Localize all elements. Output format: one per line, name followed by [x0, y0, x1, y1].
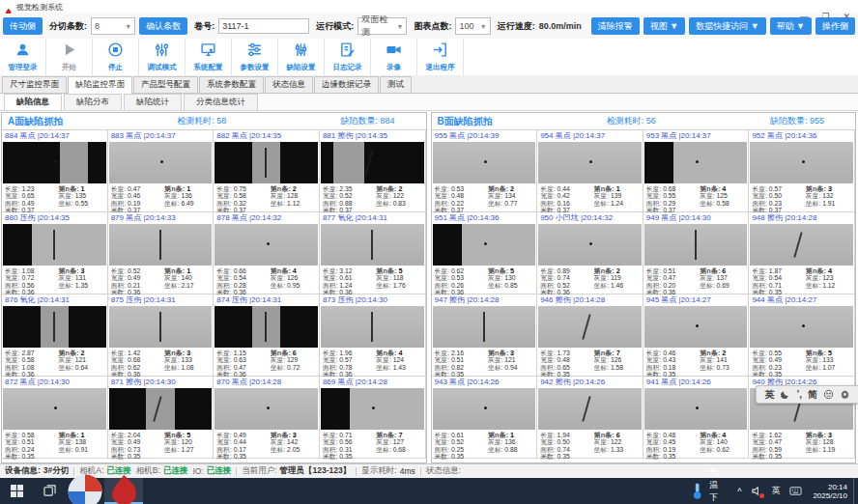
defect-cell[interactable]: 877 氧化 |20:14:31长度: 3.12宽度: 0.61面积: 1.24…	[320, 212, 426, 294]
defect-cell[interactable]: 943 黑点 |20:14:26长度: 0.61宽度: 0.52面积: 0.25…	[432, 377, 538, 459]
tab-sub-2[interactable]: 缺陷统计	[124, 94, 182, 110]
taskbar-clock[interactable]: 20:14 2025/2/10	[807, 483, 853, 500]
defect-cell[interactable]: 949 黑点 |20:14:30长度: 0.51宽度: 0.47面积: 0.20…	[644, 212, 750, 294]
info-value: 1.87	[769, 267, 782, 274]
defect-cell[interactable]: 954 黑点 |20:14:37长度: 0.44宽度: 0.42面积: 0.16…	[537, 130, 644, 212]
toolbar-button-system[interactable]: 系统配置	[186, 39, 232, 75]
weather-widget[interactable]: 气温下降	[681, 466, 732, 504]
toolbar-button-defect[interactable]: 缺陷设置	[278, 39, 325, 75]
toolbar-button-params[interactable]: 参数设置	[232, 39, 278, 75]
info-label: 面积:	[5, 282, 21, 289]
tab-main-2[interactable]: 产品型号配置	[133, 76, 198, 93]
tab-sub-3[interactable]: 分类信息统计	[184, 94, 258, 110]
defect-cell[interactable]: 944 黑点 |20:14:27长度: 0.55宽度: 0.49面积: 0.23…	[749, 294, 855, 377]
ime-language-indicator[interactable]: 英	[766, 478, 785, 504]
defect-cell[interactable]: 951 黑点 |20:14:36长度: 0.62宽度: 0.53面积: 0.26…	[432, 212, 538, 294]
show-desktop-button[interactable]	[853, 478, 858, 504]
chart-points-label: 图表点数:	[414, 20, 451, 33]
run-mode-select[interactable]: 双面检测▼	[358, 17, 407, 35]
defect-cell[interactable]: 952 黑点 |20:14:36长度: 0.57宽度: 0.50面积: 0.23…	[749, 130, 855, 212]
defect-cell[interactable]: 947 擦伤 |20:14:28长度: 2.16宽度: 0.51面积: 0.82…	[432, 294, 538, 377]
tab-main-6[interactable]: 测试	[380, 76, 412, 93]
defect-cell[interactable]: 871 擦伤 |20:14:30长度: 2.04宽度: 0.49面积: 0.73…	[108, 377, 214, 459]
defect-cell[interactable]: 884 黑点 |20:14:37长度: 1.23宽度: 0.65面积: 0.49…	[2, 130, 108, 212]
roll-number-input[interactable]	[218, 18, 309, 34]
record-icon	[386, 42, 402, 62]
task-view-button[interactable]	[33, 478, 66, 504]
defect-cell[interactable]: 873 压伤 |20:14:30长度: 1.96宽度: 0.57面积: 0.78…	[320, 294, 426, 377]
close-button[interactable]: ✕	[843, 12, 850, 21]
data-quick-access-button[interactable]: 数据快捷访问 ▼	[689, 17, 765, 35]
defect-cell[interactable]: 874 压伤 |20:14:31长度: 1.15宽度: 0.63面积: 0.47…	[214, 294, 320, 377]
toolbar-button-log[interactable]: 日志记录	[325, 39, 371, 75]
view-menu-button[interactable]: 视图 ▼	[644, 17, 685, 35]
ime-english-mode[interactable]: 英	[764, 388, 774, 402]
info-row: 米数: 0.35	[5, 453, 58, 460]
gear-icon[interactable]	[840, 389, 850, 400]
tab-sub-1[interactable]: 缺陷分布	[64, 94, 122, 110]
tab-main-1[interactable]: 缺陷监控界面	[68, 76, 132, 94]
clear-alarm-button[interactable]: 清除报警	[591, 17, 640, 35]
defect-cell[interactable]: 869 黑点 |20:14:28长度: 0.71宽度: 0.56面积: 0.31…	[320, 377, 426, 459]
toolbar-button-stop[interactable]: 停止	[93, 39, 139, 75]
defect-cell[interactable]: 942 擦伤 |20:14:26长度: 1.94宽度: 0.50面积: 0.74…	[537, 377, 644, 459]
maximize-button[interactable]: ❐	[821, 12, 829, 21]
info-label: 面积:	[540, 200, 557, 207]
slit-count-select[interactable]: 8▼	[91, 17, 135, 35]
defect-info-right: 第n条: 4灰度: 124坐标: 1.43	[376, 350, 421, 376]
defect-cell[interactable]: 876 氧化 |20:14:31长度: 2.87宽度: 0.58面积: 1.08…	[2, 294, 108, 377]
toolbar-button-debug[interactable]: 调试模式	[139, 39, 186, 75]
defect-cell[interactable]: 955 黑点 |20:14:39长度: 0.53宽度: 0.48面积: 0.22…	[432, 130, 538, 212]
info-label: 宽度:	[5, 274, 21, 281]
minimize-button[interactable]: —	[799, 12, 808, 21]
toolbar-button-user[interactable]: 管理登录	[0, 39, 46, 75]
defect-cell[interactable]: 881 擦伤 |20:14:35长度: 2.35宽度: 0.52面积: 0.88…	[320, 130, 426, 212]
tray-expand-chevron[interactable]: ^	[732, 478, 746, 504]
defect-cell[interactable]: 882 黑点 |20:14:35长度: 0.75宽度: 0.58面积: 0.32…	[214, 130, 320, 212]
info-label: 第n条:	[594, 185, 616, 192]
moon-icon[interactable]	[780, 389, 790, 400]
taskbar-app-inspection[interactable]	[104, 478, 143, 504]
taskbar-app-media[interactable]	[66, 478, 104, 504]
toolbar-button-play[interactable]: 开始	[46, 39, 93, 75]
defect-cell[interactable]: 941 黑点 |20:14:26长度: 0.48宽度: 0.45面积: 0.19…	[644, 377, 750, 459]
ime-simplified-mode[interactable]: 简	[808, 388, 817, 402]
info-value: 0.18	[663, 364, 675, 371]
confirm-count-button[interactable]: 确认条数	[139, 17, 187, 35]
exit-icon	[432, 42, 448, 62]
info-value: 0.58	[21, 356, 34, 363]
defect-cell[interactable]: 945 黑点 |20:14:27长度: 0.46宽度: 0.43面积: 0.18…	[644, 294, 750, 377]
toolbar-button-record[interactable]: 录像	[371, 39, 417, 75]
defect-cell[interactable]: 872 黑点 |20:14:30长度: 0.58宽度: 0.51面积: 0.24…	[2, 377, 108, 459]
defect-cell[interactable]: 953 黑点 |20:14:37长度: 0.68宽度: 0.55面积: 0.29…	[644, 130, 750, 212]
defect-cell[interactable]: 879 黑点 |20:14:33长度: 0.52宽度: 0.49面积: 0.21…	[108, 212, 214, 294]
info-label: 灰度:	[700, 274, 716, 281]
defect-cell[interactable]: 946 擦伤 |20:14:28长度: 1.73宽度: 0.48面积: 0.65…	[537, 294, 644, 377]
keyboard-icon[interactable]	[785, 478, 807, 504]
defect-cell[interactable]: 878 黑点 |20:14:32长度: 0.66宽度: 0.54面积: 0.28…	[214, 212, 320, 294]
tab-main-5[interactable]: 边缘数据记录	[314, 76, 379, 93]
info-row: 坐标: 1.12	[806, 282, 851, 289]
info-row: 灰度: 131	[58, 274, 103, 281]
drive-side-button[interactable]: 传动侧	[3, 17, 43, 35]
info-value: 130	[504, 274, 515, 281]
defect-cell[interactable]: 875 压伤 |20:14:31长度: 1.42宽度: 0.68面积: 0.62…	[108, 294, 214, 377]
start-button[interactable]	[0, 478, 33, 504]
defect-cell[interactable]: 950 小凹坑 |20:14:32长度: 0.89宽度: 0.74面积: 0.5…	[537, 212, 644, 294]
defect-cell[interactable]: 870 黑点 |20:14:28长度: 0.49宽度: 0.44面积: 0.17…	[214, 377, 320, 459]
info-value: 141	[717, 356, 728, 363]
tab-main-4[interactable]: 状态信息	[265, 76, 313, 93]
tab-sub-0[interactable]: 缺陷信息	[4, 94, 62, 110]
chart-points-select[interactable]: 100▼	[455, 17, 490, 35]
defect-info-left: 长度: 2.87宽度: 0.58面积: 1.08米数: 0.36	[5, 350, 58, 376]
ime-punctuation[interactable]: ’,	[796, 389, 802, 400]
tab-main-0[interactable]: 尺寸监控界面	[2, 76, 67, 93]
info-row: 坐标: 0.73	[700, 364, 745, 371]
defect-cell[interactable]: 880 压伤 |20:14:35长度: 1.08宽度: 0.72面积: 0.56…	[2, 212, 108, 294]
toolbar-button-exit[interactable]: 退出程序	[417, 39, 464, 75]
notification-tray-icon[interactable]	[746, 478, 766, 504]
tab-main-3[interactable]: 系统参数配置	[199, 76, 264, 93]
emoji-icon[interactable]	[823, 389, 834, 400]
defect-cell[interactable]: 883 黑点 |20:14:37长度: 0.47宽度: 0.46面积: 0.19…	[108, 130, 214, 212]
defect-cell[interactable]: 948 擦伤 |20:14:28长度: 1.87宽度: 0.54面积: 0.71…	[749, 212, 855, 294]
